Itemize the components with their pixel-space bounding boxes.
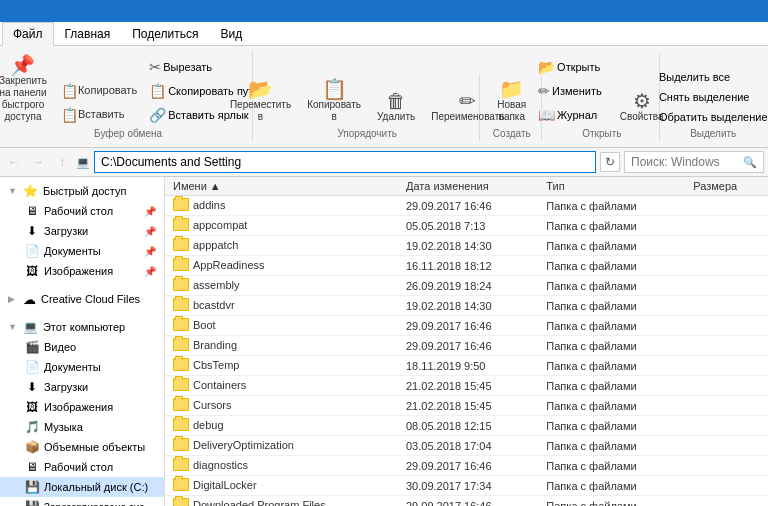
pin-indicator: 📌	[144, 246, 156, 257]
col-name[interactable]: Имени ▲	[165, 177, 398, 196]
invert-selection-button[interactable]: Обратить выделение	[654, 108, 768, 126]
file-area: Имени ▲ Дата изменения Тип Размера addin…	[165, 177, 768, 506]
paste-button[interactable]: 📋 Вставить	[56, 104, 142, 126]
file-type: Папка с файлами	[538, 336, 685, 356]
journal-icon: 📖	[538, 107, 555, 123]
file-type: Папка с файлами	[538, 216, 685, 236]
expand-icon: ▼	[8, 186, 17, 196]
paste-icon: 📋	[61, 107, 78, 123]
copy-icon: 📋	[61, 83, 78, 99]
copy-button[interactable]: 📋 Копировать	[56, 80, 142, 102]
tab-share[interactable]: Поделиться	[121, 22, 209, 45]
file-date: 29.09.2017 16:46	[398, 196, 538, 216]
file-name: Containers	[165, 376, 398, 396]
expand-icon: ▶	[8, 294, 15, 304]
deselect-button[interactable]: Снять выделение	[654, 88, 768, 106]
file-name: AppReadiness	[165, 256, 398, 276]
sidebar-item-downloads[interactable]: ⬇ Загрузки 📌	[0, 221, 164, 241]
table-row[interactable]: Downloaded Program Files 29.09.2017 16:4…	[165, 496, 768, 507]
select-all-button[interactable]: Выделить все	[654, 68, 768, 86]
cut-button[interactable]: ✂ Вырезать	[144, 56, 264, 78]
tab-view[interactable]: Вид	[209, 22, 253, 45]
sidebar-item-this-pc[interactable]: ▼ 💻 Этот компьютер	[0, 317, 164, 337]
table-row[interactable]: Branding 29.09.2017 16:46 Папка с файлам…	[165, 336, 768, 356]
move-button[interactable]: 📂 Переместитьв	[223, 76, 298, 126]
file-size	[685, 436, 768, 456]
file-size	[685, 376, 768, 396]
col-date[interactable]: Дата изменения	[398, 177, 538, 196]
pin-indicator: 📌	[144, 266, 156, 277]
file-name: DeliveryOptimization	[165, 436, 398, 456]
cloud-icon: ☁	[21, 291, 37, 307]
sidebar-item-3dobjects[interactable]: 📦 Объемные объекты	[0, 437, 164, 457]
file-name: DigitalLocker	[165, 476, 398, 496]
main-area: ▼ ⭐ Быстрый доступ 🖥 Рабочий стол 📌 ⬇ За…	[0, 177, 768, 506]
search-box[interactable]: 🔍	[624, 151, 764, 173]
sidebar-item-reserved-d[interactable]: 💾 Зарезервировано системой (D:)	[0, 497, 164, 506]
images-icon: 🖼	[24, 263, 40, 279]
sidebar-item-video[interactable]: 🎬 Видео	[0, 337, 164, 357]
sidebar-item-images[interactable]: 🖼 Изображения 📌	[0, 261, 164, 281]
address-bar: ← → ↑ 💻 ↻ 🔍	[0, 148, 768, 177]
ribbon-group-clipboard: 📌 Закрепить на панелибыстрого доступа 📋 …	[4, 50, 253, 141]
folder-icon	[173, 498, 189, 506]
copy-to-button[interactable]: 📋 Копироватьв	[300, 76, 368, 126]
col-size[interactable]: Размера	[685, 177, 768, 196]
table-row[interactable]: Cursors 21.02.2018 15:45 Папка с файлами	[165, 396, 768, 416]
sidebar-item-downloads2[interactable]: ⬇ Загрузки	[0, 377, 164, 397]
create-label: Создать	[493, 128, 531, 139]
sidebar-item-music[interactable]: 🎵 Музыка	[0, 417, 164, 437]
address-input[interactable]	[94, 151, 596, 173]
table-row[interactable]: apppatch 19.02.2018 14:30 Папка с файлам…	[165, 236, 768, 256]
table-row[interactable]: Containers 21.02.2018 15:45 Папка с файл…	[165, 376, 768, 396]
title-bar	[0, 0, 768, 22]
file-size	[685, 496, 768, 507]
table-row[interactable]: assembly 26.09.2019 18:24 Папка с файлам…	[165, 276, 768, 296]
file-date: 05.05.2018 7:13	[398, 216, 538, 236]
copy-to-icon: 📋	[322, 79, 347, 99]
col-type[interactable]: Тип	[538, 177, 685, 196]
sidebar-item-desktop2[interactable]: 🖥 Рабочий стол	[0, 457, 164, 477]
up-button[interactable]: ↑	[52, 152, 72, 172]
sidebar-item-docs2[interactable]: 📄 Документы	[0, 357, 164, 377]
disk-d-icon: 💾	[24, 499, 40, 506]
table-row[interactable]: AppReadiness 16.11.2018 18:12 Папка с фа…	[165, 256, 768, 276]
refresh-button[interactable]: ↻	[600, 152, 620, 172]
tab-home[interactable]: Главная	[54, 22, 122, 45]
file-name: bcastdvr	[165, 296, 398, 316]
table-row[interactable]: bcastdvr 19.02.2018 14:30 Папка с файлам…	[165, 296, 768, 316]
search-input[interactable]	[631, 155, 743, 169]
sidebar-item-label: Документы	[44, 361, 101, 373]
table-row[interactable]: DeliveryOptimization 03.05.2018 17:04 Па…	[165, 436, 768, 456]
table-row[interactable]: CbsTemp 18.11.2019 9:50 Папка с файлами	[165, 356, 768, 376]
file-date: 29.09.2017 16:46	[398, 456, 538, 476]
table-row[interactable]: Boot 29.09.2017 16:46 Папка с файлами	[165, 316, 768, 336]
file-date: 29.09.2017 16:46	[398, 496, 538, 507]
paste-shortcut-icon: 🔗	[149, 107, 166, 123]
sidebar-item-desktop[interactable]: 🖥 Рабочий стол 📌	[0, 201, 164, 221]
back-button[interactable]: ←	[4, 152, 24, 172]
table-row[interactable]: addins 29.09.2017 16:46 Папка с файлами	[165, 196, 768, 216]
delete-button[interactable]: 🗑 Удалить	[370, 88, 422, 126]
file-name: appcompat	[165, 216, 398, 236]
file-size	[685, 276, 768, 296]
edit-button[interactable]: ✏ Изменить	[533, 80, 607, 102]
table-row[interactable]: DigitalLocker 30.09.2017 17:34 Папка с ф…	[165, 476, 768, 496]
sidebar-item-images2[interactable]: 🖼 Изображения	[0, 397, 164, 417]
new-folder-button[interactable]: 📁 Новаяпапка	[490, 76, 534, 126]
sidebar: ▼ ⭐ Быстрый доступ 🖥 Рабочий стол 📌 ⬇ За…	[0, 177, 165, 506]
sidebar-item-creative-cloud[interactable]: ▶ ☁ Creative Cloud Files	[0, 289, 164, 309]
table-row[interactable]: debug 08.05.2018 12:15 Папка с файлами	[165, 416, 768, 436]
journal-button[interactable]: 📖 Журнал	[533, 104, 607, 126]
table-row[interactable]: diagnostics 29.09.2017 16:46 Папка с фай…	[165, 456, 768, 476]
table-row[interactable]: appcompat 05.05.2018 7:13 Папка с файлам…	[165, 216, 768, 236]
sidebar-item-quick-access[interactable]: ▼ ⭐ Быстрый доступ	[0, 181, 164, 201]
file-name: diagnostics	[165, 456, 398, 476]
file-type: Папка с файлами	[538, 436, 685, 456]
open-button[interactable]: 📂 Открыть	[533, 56, 607, 78]
sidebar-item-documents[interactable]: 📄 Документы 📌	[0, 241, 164, 261]
sidebar-item-local-c[interactable]: 💾 Локальный диск (C:)	[0, 477, 164, 497]
pin-button[interactable]: 📌 Закрепить на панелибыстрого доступа	[0, 52, 54, 126]
forward-button[interactable]: →	[28, 152, 48, 172]
tab-file[interactable]: Файл	[2, 22, 54, 46]
